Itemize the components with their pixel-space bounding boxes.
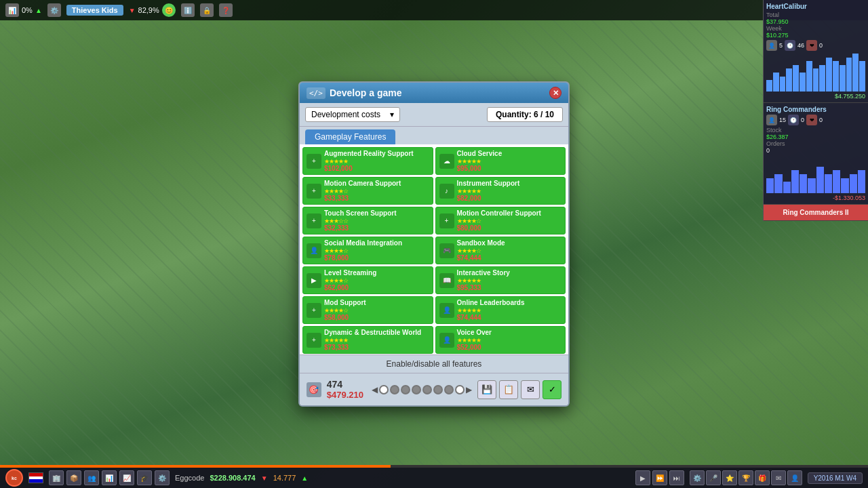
progress-dot-7 [444, 385, 454, 394]
feature-augmented-reality[interactable]: + Augmented Reality Support ★★★★★ $102,0… [302, 147, 433, 175]
progress-dot-2 [390, 385, 399, 394]
features-list: + Augmented Reality Support ★★★★★ $102,0… [300, 144, 568, 354]
modal-close-button[interactable]: ✕ [549, 87, 561, 99]
modal-footer: 🎯 474 $479.210 ◀ ▶ 💾 📋 ✉ ✓ [300, 373, 568, 405]
progress-dot-1 [379, 385, 389, 394]
feature-mod-support[interactable]: + Mod Support ★★★★☆ $58,000 [302, 296, 433, 324]
social-icon: 👤 [307, 243, 321, 258]
feature-social-media[interactable]: 👤 Social Media Integration ★★★★☆ $78,000 [302, 237, 433, 264]
feature-cloud-service[interactable]: ☁ Cloud Service ★★★★★ $95,000 [435, 147, 566, 175]
footer-points: 474 [327, 379, 363, 390]
enable-all-button[interactable]: Enable/disable all features [300, 354, 568, 373]
cloud-icon: ☁ [439, 154, 454, 169]
feature-level-streaming[interactable]: ▶ Level Streaming ★★★★☆ $62,000 [302, 266, 433, 294]
mail-button[interactable]: ✉ [521, 380, 540, 399]
story-icon: 📖 [439, 273, 454, 288]
feature-motion-camera[interactable]: + Motion Camera Support ★★★★☆ $33,333 [302, 177, 433, 205]
ar-icon: + [307, 154, 321, 169]
modal-titlebar: </> Develop a game ✕ [300, 83, 568, 103]
voice-icon: 👤 [439, 333, 454, 348]
feature-online-leaderboards[interactable]: 👤 Online Leaderboards ★★★★★ $74,444 [435, 296, 566, 324]
footer-actions: 💾 📋 ✉ ✓ [477, 380, 561, 399]
feature-instrument-support[interactable]: ♪ Instrument Support ★★★★★ $82,000 [435, 177, 566, 205]
modal-title: Develop a game [330, 87, 402, 98]
right-arrow-icon[interactable]: ▶ [466, 385, 472, 394]
streaming-icon: ▶ [307, 273, 321, 288]
development-costs-dropdown[interactable]: Development costs ▾ [305, 107, 400, 122]
footer-progress: ◀ ▶ [372, 385, 472, 394]
feature-voice-over[interactable]: 👤 Voice Over ★★★★★ $52,000 [435, 326, 566, 354]
progress-dot-5 [422, 385, 432, 394]
instrument-icon: ♪ [439, 184, 454, 199]
progress-dot-3 [401, 385, 410, 394]
footer-money: $479.210 [327, 390, 363, 400]
code-icon: </> [307, 87, 326, 99]
mod-icon: + [307, 303, 321, 318]
progress-dot-4 [412, 385, 421, 394]
feature-motion-controller[interactable]: + Motion Controller Support ★★★★☆ $80,00… [435, 207, 566, 235]
feature-destructible-world[interactable]: + Dynamic & Destructible World ★★★★★ $73… [302, 326, 433, 354]
develop-game-modal: </> Develop a game ✕ Development costs ▾… [298, 81, 570, 407]
feature-interactive-story[interactable]: 📖 Interactive Story ★★★★★ $95,333 [435, 266, 566, 294]
leaderboard-icon: 👤 [439, 303, 454, 318]
progress-dot-8 [455, 385, 465, 394]
modal-toolbar: Development costs ▾ Quantity: 6 / 10 [300, 103, 568, 127]
footer-values: 474 $479.210 [327, 379, 363, 400]
modal-overlay: </> Develop a game ✕ Development costs ▾… [0, 0, 868, 488]
progress-dot-6 [433, 385, 443, 394]
camera-icon: + [307, 184, 321, 199]
touch-icon: + [307, 214, 321, 228]
controller-icon: + [439, 214, 454, 228]
tab-gameplay-features[interactable]: Gameplay Features [305, 129, 395, 144]
feature-sandbox[interactable]: 🎮 Sandbox Mode ★★★★☆ $74,444 [435, 237, 566, 264]
sandbox-icon: 🎮 [439, 243, 454, 258]
modal-title-left: </> Develop a game [307, 87, 401, 99]
left-arrow-icon[interactable]: ◀ [372, 385, 378, 394]
confirm-button[interactable]: ✓ [542, 380, 561, 399]
modal-tabs: Gameplay Features [300, 127, 568, 144]
copy-button[interactable]: 📋 [499, 380, 518, 399]
points-icon: 🎯 [307, 382, 321, 397]
world-icon: + [307, 333, 321, 348]
feature-touch-screen[interactable]: + Touch Screen Support ★★★☆☆ $32,333 [302, 207, 433, 235]
chevron-down-icon: ▾ [390, 110, 394, 119]
save-button[interactable]: 💾 [477, 380, 496, 399]
quantity-display: Quantity: 6 / 10 [487, 107, 563, 122]
